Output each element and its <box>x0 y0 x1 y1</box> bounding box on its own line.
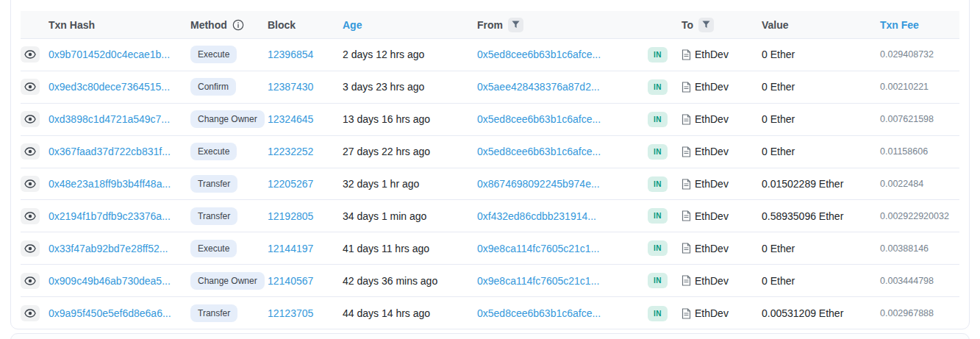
to-filter-button[interactable] <box>698 18 714 32</box>
transactions-table-card: Txn Hash Method Block Age From <box>10 0 970 329</box>
method-cell: Execute <box>190 46 268 63</box>
age-text: 13 days 16 hrs ago <box>343 113 430 125</box>
eye-icon[interactable] <box>21 273 40 289</box>
block-cell: 12324645 <box>268 113 343 125</box>
header-txn-fee[interactable]: Txn Fee <box>876 19 959 31</box>
txn-hash-link[interactable]: 0x909c49b46ab730dea5... <box>49 275 171 287</box>
header-age-label[interactable]: Age <box>343 19 362 31</box>
to-name-text[interactable]: EthDev <box>695 307 729 319</box>
from-address-link[interactable]: 0x5ed8cee6b63b1c6afce... <box>477 49 601 60</box>
filter-icon <box>702 21 710 29</box>
to-address-link[interactable]: EthDev <box>682 81 729 93</box>
to-name-text[interactable]: EthDev <box>695 81 729 93</box>
value-cell: 0 Ether <box>762 146 876 157</box>
from-address-link[interactable]: 0xf432ed86cdbb231914... <box>477 210 596 222</box>
row-action-cell <box>21 240 49 257</box>
eye-icon[interactable] <box>21 143 40 160</box>
to-name-text[interactable]: EthDev <box>695 49 729 60</box>
header-txn-fee-label[interactable]: Txn Fee <box>880 19 919 31</box>
value-cell: 0 Ether <box>762 275 876 287</box>
block-link[interactable]: 12396854 <box>268 49 313 60</box>
from-cell: 0x5ed8cee6b63b1c6afce... <box>477 307 648 319</box>
value-text: 0 Ether <box>762 243 795 254</box>
to-address-link[interactable]: EthDev <box>682 307 729 319</box>
method-cell: Transfer <box>190 207 268 225</box>
from-cell: 0x5ed8cee6b63b1c6afce... <box>477 49 648 60</box>
value-text: 0 Ether <box>762 275 795 287</box>
method-badge: Transfer <box>190 304 237 322</box>
txn-hash-link[interactable]: 0x48e23a18ff9b3b4ff48a... <box>49 178 171 190</box>
eye-icon[interactable] <box>21 240 40 257</box>
block-cell: 12387430 <box>268 81 343 93</box>
to-address-link[interactable]: EthDev <box>682 113 729 125</box>
txn-fee-cell: 0.00388146 <box>876 243 959 254</box>
txn-hash-cell: 0x9a95f450e5ef6d8e6a6... <box>49 307 190 319</box>
txn-hash-link[interactable]: 0x2194f1b7dfb9c23376a... <box>49 210 171 222</box>
from-filter-button[interactable] <box>508 18 523 32</box>
info-icon[interactable] <box>232 19 244 31</box>
to-name-text[interactable]: EthDev <box>695 243 729 254</box>
eye-icon[interactable] <box>21 46 40 63</box>
to-cell: EthDev <box>682 178 762 190</box>
from-cell: 0x8674698092245b974e... <box>477 178 648 190</box>
to-name-text[interactable]: EthDev <box>695 146 729 157</box>
block-link[interactable]: 12324645 <box>268 113 313 125</box>
age-cell: 44 days 14 hrs ago <box>343 307 477 319</box>
block-link[interactable]: 12192805 <box>268 210 313 222</box>
to-cell: EthDev <box>682 146 762 157</box>
from-cell: 0xf432ed86cdbb231914... <box>477 210 648 222</box>
block-link[interactable]: 12232252 <box>268 146 313 157</box>
from-cell: 0x5ed8cee6b63b1c6afce... <box>477 146 648 157</box>
to-address-link[interactable]: EthDev <box>682 210 729 222</box>
from-address-link[interactable]: 0x5ed8cee6b63b1c6afce... <box>477 307 601 319</box>
row-action-cell <box>21 79 49 95</box>
from-address-link[interactable]: 0x8674698092245b974e... <box>477 178 600 190</box>
direction-cell: IN <box>648 240 682 256</box>
txn-hash-cell: 0x9ed3c80dece7364515... <box>49 81 190 93</box>
method-cell: Execute <box>190 240 268 257</box>
eye-icon[interactable] <box>21 208 40 224</box>
to-cell: EthDev <box>682 49 762 60</box>
to-name-text[interactable]: EthDev <box>695 113 729 125</box>
value-text: 0 Ether <box>762 146 795 157</box>
to-address-link[interactable]: EthDev <box>682 178 729 190</box>
age-text: 41 days 11 hrs ago <box>343 243 429 254</box>
from-address-link[interactable]: 0x5aee428438376a87d2... <box>477 81 600 93</box>
txn-hash-link[interactable]: 0x9ed3c80dece7364515... <box>49 81 170 93</box>
eye-icon[interactable] <box>21 111 40 127</box>
to-name-text[interactable]: EthDev <box>695 275 729 287</box>
to-name-text[interactable]: EthDev <box>695 178 729 190</box>
to-name-text[interactable]: EthDev <box>695 210 729 222</box>
age-cell: 3 days 23 hrs ago <box>343 81 477 93</box>
direction-cell: IN <box>648 306 682 321</box>
eye-icon[interactable] <box>21 176 40 192</box>
txn-hash-cell: 0xd3898c1d4721a549c7... <box>49 113 190 125</box>
txn-hash-link[interactable]: 0x33f47ab92bd7e28ff52... <box>49 243 168 254</box>
txn-fee-cell: 0.0022484 <box>876 179 959 189</box>
txn-fee-text: 0.003444798 <box>880 276 934 286</box>
from-address-link[interactable]: 0x9e8ca114fc7605c21c1... <box>477 275 599 287</box>
header-txn-hash: Txn Hash <box>49 19 190 31</box>
block-link[interactable]: 12140567 <box>268 275 313 287</box>
from-cell: 0x5ed8cee6b63b1c6afce... <box>477 113 648 125</box>
txn-hash-link[interactable]: 0x9a95f450e5ef6d8e6a6... <box>49 307 171 319</box>
txn-hash-link[interactable]: 0xd3898c1d4721a549c7... <box>49 113 170 125</box>
to-address-link[interactable]: EthDev <box>682 146 729 157</box>
header-value-label: Value <box>762 19 789 31</box>
block-link[interactable]: 12144197 <box>268 243 313 254</box>
block-link[interactable]: 12387430 <box>268 81 313 93</box>
from-address-link[interactable]: 0x5ed8cee6b63b1c6afce... <box>477 146 601 157</box>
header-age[interactable]: Age <box>343 19 477 31</box>
block-link[interactable]: 12123705 <box>268 307 313 319</box>
to-address-link[interactable]: EthDev <box>682 275 729 287</box>
to-address-link[interactable]: EthDev <box>682 49 729 60</box>
txn-hash-link[interactable]: 0x9b701452d0c4ecae1b... <box>49 49 170 60</box>
from-address-link[interactable]: 0x9e8ca114fc7605c21c1... <box>477 243 599 254</box>
eye-icon[interactable] <box>21 305 40 321</box>
from-cell: 0x9e8ca114fc7605c21c1... <box>477 243 648 254</box>
eye-icon[interactable] <box>21 79 40 95</box>
to-address-link[interactable]: EthDev <box>682 243 729 254</box>
txn-hash-link[interactable]: 0x367faad37d722cb831f... <box>49 146 171 157</box>
block-link[interactable]: 12205267 <box>268 178 313 190</box>
from-address-link[interactable]: 0x5ed8cee6b63b1c6afce... <box>477 113 601 125</box>
